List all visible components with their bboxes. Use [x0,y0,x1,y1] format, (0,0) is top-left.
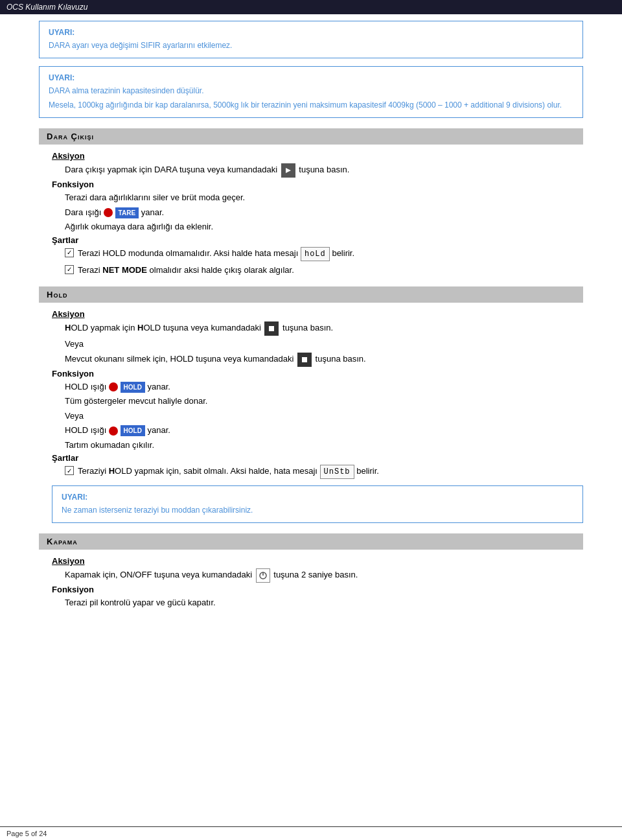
dara-kumanda-icon [281,163,295,178]
hold-aksiyon-line2: Mevcut okunanı silmek için, HOLD tuşuna … [65,353,583,367]
warning-title-1: UYARI: [49,28,573,37]
page-content: UYARI: DARA ayarı veya değişimi SIFIR ay… [0,14,622,640]
header-title: OCS Kullanım Kılavuzu [6,3,87,12]
hold-sartlar-title: Şartlar [52,453,583,463]
page-footer: Page 5 of 24 [0,826,622,840]
warning-text-1: DARA ayarı veya değişimi SIFIR ayarların… [49,40,573,51]
dara-fonksiyon-line1: Terazi dara ağırlıklarını siler ve brüt … [65,191,583,204]
svg-rect-2 [302,357,307,362]
dara-fonksiyon-title: Fonksiyon [52,180,583,189]
hold-sartlar-item1: ✓ Teraziyi HOLD yapmak için, sabit olmal… [65,465,583,479]
kapama-aksiyon-title: Aksiyon [52,556,583,566]
hold-red-dot-1 [109,382,118,391]
dara-sartlar-item2: ✓ Terazi NET MODE olmalıdır aksi halde ç… [65,264,583,277]
tare-badge: TARE [115,207,139,218]
hold-badge-1: HOLD [121,382,145,393]
checkbox-icon-1: ✓ [65,248,74,257]
dara-sartlar-text2: Terazi NET MODE olmalıdır aksi halde çık… [78,264,294,277]
hold-badge-2: HOLD [121,425,145,436]
hold-warning-text: Ne zaman isterseniz teraziyi bu moddan ç… [62,504,573,516]
kapama-fonksiyon-title: Fonksiyon [52,585,583,594]
dara-sartlar-text1: Terazi HOLD modunda olmamalıdır. Aksi ha… [78,247,354,261]
hold-subsection: Aksiyon HOLD yapmak için HOLD tuşuna vey… [52,309,583,523]
hold-display-badge: hoLd [301,247,330,261]
svg-rect-4 [262,572,264,576]
hold-fonksiyon-veya: Veya [65,410,583,423]
checkbox-icon-3: ✓ [65,466,74,475]
unstb-badge: UnStb [320,465,354,479]
warning-title-2: UYARI: [49,73,573,82]
page-header: OCS Kullanım Kılavuzu [0,0,622,14]
warning-box-2: UYARI: DARA alma terazinin kapasitesinde… [39,66,583,118]
warning-text-2-line2: Mesela, 1000kg ağırlığında bir kap daral… [49,99,573,111]
hold-kumanda-icon1 [264,321,279,336]
dara-fonksiyon-line3: Ağırlık okumaya dara ağırlığı da eklenir… [65,220,583,233]
hold-aksiyon-title: Aksiyon [52,309,583,319]
warning-box-1: UYARI: DARA ayarı veya değişimi SIFIR ay… [39,21,583,58]
hold-kumanda-icon2 [297,353,312,367]
section-kapama-header: Kapama [39,533,583,550]
hold-fonksiyon-title: Fonksiyon [52,369,583,379]
dara-aksiyon-text: Dara çıkışı yapmak için DARA tuşuna veya… [65,163,583,178]
dara-aksiyon-title: Aksiyon [52,151,583,161]
hold-fonksiyon-line3: HOLD ışığı HOLD yanar. [65,424,583,437]
section-hold-header: Hold [39,286,583,303]
hold-red-dot-2 [109,426,118,436]
power-icon [256,568,270,583]
warning-text-2-line1: DARA alma terazinin kapasitesinden düşül… [49,85,573,97]
dara-fonksiyon-line2: Dara ışığı TARE yanar. [65,206,583,219]
dara-red-dot [104,208,113,217]
dara-sartlar-title: Şartlar [52,235,583,245]
kapama-aksiyon-text: Kapamak için, ON/OFF tuşuna veya kumanda… [65,568,583,583]
kapama-fonksiyon-text: Terazi pil kontrolü yapar ve gücü kapatı… [65,596,583,609]
hold-fonksiyon-line1: HOLD ışığı HOLD yanar. [65,380,583,393]
hold-fonksiyon-line2: Tüm göstergeler mevcut haliyle donar. [65,395,583,408]
svg-marker-0 [286,168,291,173]
kapama-subsection: Aksiyon Kapamak için, ON/OFF tuşuna veya… [52,556,583,609]
section-dara-header: Dara Çıkışı [39,128,583,145]
hold-aksiyon-line1: HOLD yapmak için HOLD tuşuna veya kumand… [65,321,583,336]
hold-fonksiyon-line4: Tartım okumadan çıkılır. [65,439,583,452]
svg-rect-1 [269,326,274,331]
dara-subsection: Aksiyon Dara çıkışı yapmak için DARA tuş… [52,151,583,276]
hold-warning-title: UYARI: [62,493,573,502]
hold-sartlar-text: Teraziyi HOLD yapmak için, sabit olmalı.… [78,465,379,479]
hold-warning-box: UYARI: Ne zaman isterseniz teraziyi bu m… [52,485,583,523]
hold-aksiyon-veya: Veya [65,338,583,351]
checkbox-icon-2: ✓ [65,265,74,274]
page-info: Page 5 of 24 [6,830,47,837]
dara-sartlar-item1: ✓ Terazi HOLD modunda olmamalıdır. Aksi … [65,247,583,261]
